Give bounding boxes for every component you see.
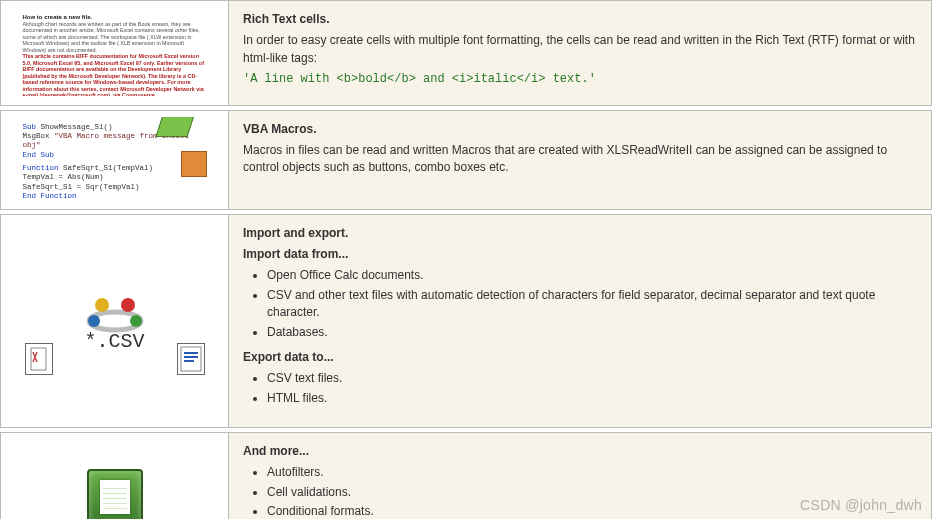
desc-import-export: Import and export. Import data from... O…	[229, 215, 931, 428]
title-io: Import and export.	[243, 226, 348, 240]
import-heading: Import data from...	[243, 246, 917, 263]
svg-rect-5	[181, 347, 201, 371]
watermark: CSDN @john_dwh	[800, 497, 922, 513]
thumb-excel	[1, 433, 229, 519]
svg-point-4	[130, 315, 142, 327]
openoffice-icon	[80, 287, 150, 335]
svg-point-3	[88, 315, 100, 327]
body-vba: Macros in files can be read and written …	[243, 142, 917, 177]
svg-rect-6	[184, 352, 198, 354]
clipboard-icon	[25, 343, 53, 375]
title-more: And more...	[243, 444, 309, 458]
title-rich-text: Rich Text cells.	[243, 12, 329, 26]
row-vba: Sub ShowMessage_S1() MsgBox "VBA Macro m…	[0, 110, 932, 210]
svg-point-2	[121, 298, 135, 312]
excel-sheet-icon	[100, 480, 130, 514]
doc-line: Although chart records are written as pa…	[23, 21, 207, 53]
row-import-export: *.CSV Import and export. Import data fro…	[0, 214, 932, 429]
shape-orange	[181, 151, 207, 177]
doc-preview: How to create a new file. Although chart…	[17, 10, 213, 96]
list-item: HTML files.	[267, 390, 917, 407]
row-more: And more... Autofilters. Cell validation…	[0, 432, 932, 519]
desc-vba: VBA Macros. Macros in files can be read …	[229, 111, 931, 209]
list-item: CSV text files.	[267, 370, 917, 387]
thumb-rtf-doc: How to create a new file. Although chart…	[1, 1, 229, 105]
body-rich-text: In order to easy create cells with multi…	[243, 32, 917, 67]
svg-rect-7	[184, 356, 198, 358]
csv-preview: *.CSV	[17, 261, 213, 381]
list-item: Open Office Calc documents.	[267, 267, 917, 284]
excel-icon	[87, 469, 143, 519]
doc-icon	[177, 343, 205, 375]
import-list: Open Office Calc documents. CSV and othe…	[267, 267, 917, 341]
desc-rich-text: Rich Text cells. In order to easy create…	[229, 1, 931, 105]
svg-point-1	[95, 298, 109, 312]
thumb-csv: *.CSV	[1, 215, 229, 428]
list-item: CSV and other text files with automatic …	[267, 287, 917, 322]
list-item: Autofilters.	[267, 464, 917, 481]
thumb-vba: Sub ShowMessage_S1() MsgBox "VBA Macro m…	[1, 111, 229, 209]
doc-heading: How to create a new file.	[23, 14, 207, 21]
doc-line-emph: This article contains BIFF documentation…	[23, 53, 207, 95]
list-item: Databases.	[267, 324, 917, 341]
export-list: CSV text files. HTML files.	[267, 370, 917, 407]
vba-code-preview: Sub ShowMessage_S1() MsgBox "VBA Macro m…	[17, 117, 213, 203]
svg-rect-8	[184, 360, 194, 362]
export-heading: Export data to...	[243, 349, 917, 366]
code-rich-text: 'A line with <b>bold</b> and <i>italic</…	[243, 71, 917, 88]
title-vba: VBA Macros.	[243, 122, 317, 136]
row-rich-text: How to create a new file. Although chart…	[0, 0, 932, 106]
feature-table: How to create a new file. Although chart…	[0, 0, 932, 519]
shape-green	[155, 117, 194, 137]
